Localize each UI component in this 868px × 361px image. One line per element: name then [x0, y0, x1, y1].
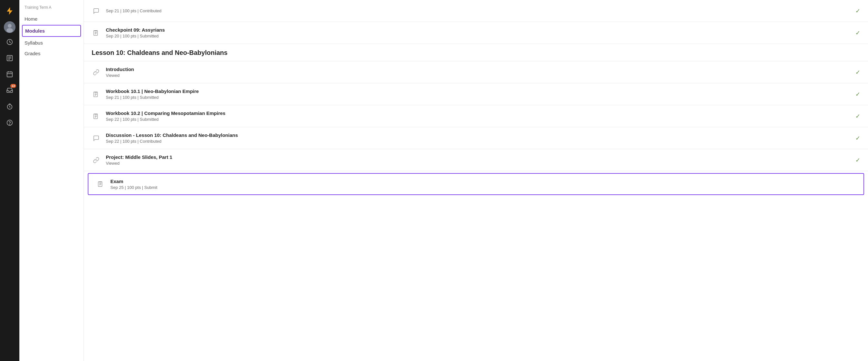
introduction-meta: Viewed — [106, 73, 850, 78]
workbook-101-row[interactable]: Workbook 10.1 | Neo-Babylonian Empire Se… — [84, 83, 868, 105]
checkpoint-09-check: ✓ — [856, 29, 860, 36]
workbook-101-title: Workbook 10.1 | Neo-Babylonian Empire — [106, 88, 850, 94]
notes-icon[interactable] — [3, 51, 17, 65]
discussion-icon — [92, 134, 101, 143]
timer-icon[interactable] — [3, 99, 17, 114]
checkpoint-09-body: Checkpoint 09: Assyrians Sep 20 | 100 pt… — [106, 27, 850, 38]
module-list: Sep 21 | 100 pts | Contributed ✓ Checkpo… — [84, 0, 868, 197]
sidebar-item-syllabus[interactable]: Syllabus — [19, 37, 84, 48]
sidebar-item-modules[interactable]: Modules — [22, 25, 81, 37]
logo-icon[interactable] — [3, 4, 17, 18]
exam-row[interactable]: Exam Sep 25 | 100 pts | Submit — [88, 173, 864, 195]
workbook-102-check: ✓ — [856, 113, 860, 120]
lesson-10-title: Lesson 10: Chaldeans and Neo-Babylonians — [92, 49, 860, 57]
cropped-item-check: ✓ — [856, 7, 860, 14]
svg-point-14 — [10, 124, 10, 125]
project-row[interactable]: Project: Middle Slides, Part 1 Viewed ✓ — [84, 149, 868, 171]
assignment-icon-cp09 — [92, 28, 101, 37]
assignment-icon-exam — [96, 180, 105, 188]
exam-meta: Sep 25 | 100 pts | Submit — [111, 185, 856, 190]
project-body: Project: Middle Slides, Part 1 Viewed — [106, 154, 850, 166]
checkpoint-09-title: Checkpoint 09: Assyrians — [106, 27, 850, 33]
inbox-badge: 13 — [10, 84, 16, 88]
assignment-icon-wb101 — [92, 90, 101, 99]
introduction-check: ✓ — [856, 69, 860, 76]
calendar-icon[interactable] — [3, 67, 17, 81]
workbook-102-body: Workbook 10.2 | Comparing Mesopotamian E… — [106, 111, 850, 122]
cropped-item-body: Sep 21 | 100 pts | Contributed — [106, 8, 850, 13]
help-icon[interactable] — [3, 116, 17, 130]
course-label: Training Term A — [19, 5, 84, 13]
assignment-icon-wb102 — [92, 112, 101, 121]
project-title: Project: Middle Slides, Part 1 — [106, 154, 850, 160]
avatar[interactable] — [4, 21, 16, 33]
introduction-body: Introduction Viewed — [106, 66, 850, 78]
icon-rail: 13 — [0, 0, 19, 361]
side-nav: Training Term A Home Modules Syllabus Gr… — [19, 0, 84, 361]
exam-title: Exam — [111, 179, 856, 184]
discussion-body: Discussion - Lesson 10: Chaldeans and Ne… — [106, 132, 850, 144]
discussion-icon-cropped — [92, 6, 101, 16]
discussion-check: ✓ — [856, 134, 860, 142]
workbook-101-meta: Sep 21 | 100 pts | Submitted — [106, 95, 850, 100]
workbook-102-title: Workbook 10.2 | Comparing Mesopotamian E… — [106, 111, 850, 116]
discussion-title: Discussion - Lesson 10: Chaldeans and Ne… — [106, 132, 850, 138]
inbox-icon[interactable]: 13 — [3, 83, 17, 97]
checkpoint-09-meta: Sep 20 | 100 pts | Submitted — [106, 34, 850, 38]
svg-point-1 — [8, 24, 11, 28]
workbook-101-check: ✓ — [856, 91, 860, 98]
project-check: ✓ — [856, 157, 860, 164]
link-icon-intro — [92, 68, 101, 77]
workbook-102-row[interactable]: Workbook 10.2 | Comparing Mesopotamian E… — [84, 105, 868, 127]
workbook-101-body: Workbook 10.1 | Neo-Babylonian Empire Se… — [106, 88, 850, 100]
introduction-title: Introduction — [106, 66, 850, 72]
link-icon-project — [92, 156, 101, 165]
sidebar-item-grades[interactable]: Grades — [19, 48, 84, 59]
svg-rect-8 — [7, 72, 12, 77]
exam-body: Exam Sep 25 | 100 pts | Submit — [111, 179, 856, 190]
svg-point-2 — [6, 28, 13, 33]
cropped-item-meta: Sep 21 | 100 pts | Contributed — [106, 8, 850, 13]
project-meta: Viewed — [106, 161, 850, 166]
clock-icon[interactable] — [3, 35, 17, 49]
lesson-10-header: Lesson 10: Chaldeans and Neo-Babylonians — [84, 44, 868, 61]
sidebar-item-home[interactable]: Home — [19, 13, 84, 24]
cropped-top-item: Sep 21 | 100 pts | Contributed ✓ — [84, 0, 868, 22]
introduction-row[interactable]: Introduction Viewed ✓ — [84, 61, 868, 83]
discussion-meta: Sep 22 | 100 pts | Contributed — [106, 139, 850, 144]
main-content: Sep 21 | 100 pts | Contributed ✓ Checkpo… — [84, 0, 868, 361]
discussion-row[interactable]: Discussion - Lesson 10: Chaldeans and Ne… — [84, 127, 868, 149]
checkpoint-09-row[interactable]: Checkpoint 09: Assyrians Sep 20 | 100 pt… — [84, 22, 868, 44]
workbook-102-meta: Sep 22 | 100 pts | Submitted — [106, 117, 850, 122]
